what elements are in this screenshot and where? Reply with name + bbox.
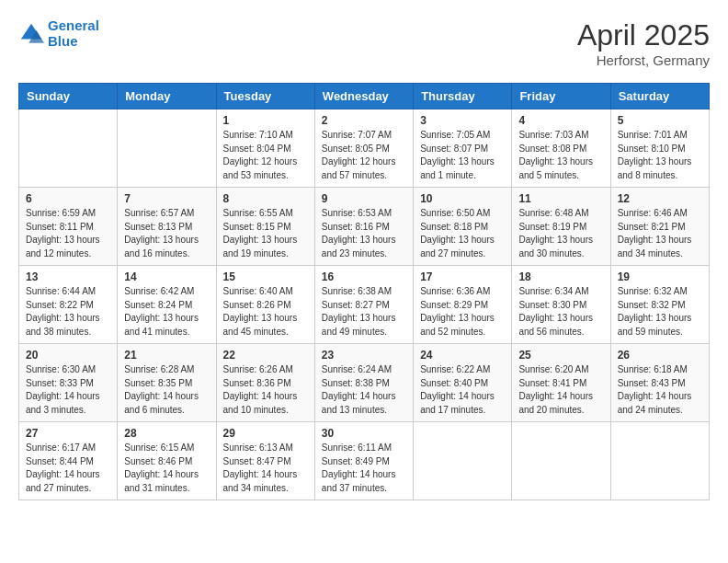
day-cell: 14Sunrise: 6:42 AM Sunset: 8:24 PM Dayli… — [118, 266, 216, 344]
day-number: 13 — [26, 270, 110, 283]
day-info: Sunrise: 7:05 AM Sunset: 8:07 PM Dayligh… — [420, 129, 505, 182]
weekday-header-saturday: Saturday — [610, 84, 709, 109]
day-number: 10 — [420, 192, 505, 205]
day-cell: 22Sunrise: 6:26 AM Sunset: 8:36 PM Dayli… — [216, 344, 314, 422]
week-row-2: 6Sunrise: 6:59 AM Sunset: 8:11 PM Daylig… — [19, 188, 710, 266]
day-number: 12 — [618, 192, 702, 205]
week-row-4: 20Sunrise: 6:30 AM Sunset: 8:33 PM Dayli… — [19, 344, 710, 422]
day-cell: 11Sunrise: 6:48 AM Sunset: 8:19 PM Dayli… — [512, 188, 610, 266]
title-block: April 2025 Herforst, Germany — [577, 18, 710, 68]
day-number: 1 — [223, 114, 308, 127]
day-info: Sunrise: 6:46 AM Sunset: 8:21 PM Dayligh… — [618, 207, 702, 260]
day-info: Sunrise: 6:15 AM Sunset: 8:46 PM Dayligh… — [124, 442, 209, 495]
day-info: Sunrise: 7:03 AM Sunset: 8:08 PM Dayligh… — [518, 129, 603, 182]
day-number: 23 — [322, 349, 406, 362]
day-number: 24 — [420, 349, 505, 362]
day-cell — [19, 109, 118, 188]
day-number: 4 — [518, 114, 603, 127]
day-number: 14 — [124, 270, 209, 283]
day-info: Sunrise: 7:07 AM Sunset: 8:05 PM Dayligh… — [322, 129, 406, 182]
day-number: 5 — [618, 114, 702, 127]
day-info: Sunrise: 6:55 AM Sunset: 8:15 PM Dayligh… — [223, 207, 308, 260]
weekday-header-tuesday: Tuesday — [216, 84, 314, 109]
day-cell: 20Sunrise: 6:30 AM Sunset: 8:33 PM Dayli… — [19, 344, 118, 422]
day-number: 15 — [223, 270, 308, 283]
day-number: 16 — [322, 270, 406, 283]
day-number: 3 — [420, 114, 505, 127]
page-header: General Blue April 2025 Herforst, German… — [18, 18, 710, 68]
day-info: Sunrise: 6:40 AM Sunset: 8:26 PM Dayligh… — [223, 285, 308, 339]
weekday-header-sunday: Sunday — [19, 84, 118, 109]
day-number: 7 — [124, 192, 209, 205]
day-cell: 10Sunrise: 6:50 AM Sunset: 8:18 PM Dayli… — [414, 188, 512, 266]
day-info: Sunrise: 6:18 AM Sunset: 8:43 PM Dayligh… — [618, 363, 702, 417]
day-cell: 29Sunrise: 6:13 AM Sunset: 8:47 PM Dayli… — [216, 422, 314, 500]
day-cell: 5Sunrise: 7:01 AM Sunset: 8:10 PM Daylig… — [610, 109, 709, 188]
day-info: Sunrise: 7:01 AM Sunset: 8:10 PM Dayligh… — [618, 129, 702, 182]
day-number: 22 — [223, 349, 308, 362]
logo-text: General Blue — [48, 18, 99, 49]
day-cell: 6Sunrise: 6:59 AM Sunset: 8:11 PM Daylig… — [19, 188, 118, 266]
day-number: 28 — [124, 427, 209, 440]
day-info: Sunrise: 6:38 AM Sunset: 8:27 PM Dayligh… — [322, 285, 406, 339]
day-cell: 24Sunrise: 6:22 AM Sunset: 8:40 PM Dayli… — [414, 344, 512, 422]
day-number: 30 — [322, 427, 406, 440]
day-cell: 13Sunrise: 6:44 AM Sunset: 8:22 PM Dayli… — [19, 266, 118, 344]
weekday-header-wednesday: Wednesday — [314, 84, 413, 109]
day-cell: 25Sunrise: 6:20 AM Sunset: 8:41 PM Dayli… — [512, 344, 610, 422]
day-cell: 18Sunrise: 6:34 AM Sunset: 8:30 PM Dayli… — [512, 266, 610, 344]
weekday-header-thursday: Thursday — [414, 84, 512, 109]
day-info: Sunrise: 6:30 AM Sunset: 8:33 PM Dayligh… — [26, 363, 110, 417]
day-cell: 26Sunrise: 6:18 AM Sunset: 8:43 PM Dayli… — [610, 344, 709, 422]
day-cell: 12Sunrise: 6:46 AM Sunset: 8:21 PM Dayli… — [610, 188, 709, 266]
weekday-header-row: SundayMondayTuesdayWednesdayThursdayFrid… — [19, 84, 710, 109]
day-info: Sunrise: 6:57 AM Sunset: 8:13 PM Dayligh… — [124, 207, 209, 260]
subtitle: Herforst, Germany — [577, 52, 710, 68]
day-info: Sunrise: 6:42 AM Sunset: 8:24 PM Dayligh… — [124, 285, 209, 339]
day-info: Sunrise: 7:10 AM Sunset: 8:04 PM Dayligh… — [223, 129, 308, 182]
day-number: 17 — [420, 270, 505, 283]
day-info: Sunrise: 6:22 AM Sunset: 8:40 PM Dayligh… — [420, 363, 505, 417]
day-number: 29 — [223, 427, 308, 440]
day-cell: 15Sunrise: 6:40 AM Sunset: 8:26 PM Dayli… — [216, 266, 314, 344]
day-cell: 2Sunrise: 7:07 AM Sunset: 8:05 PM Daylig… — [314, 109, 413, 188]
day-info: Sunrise: 6:24 AM Sunset: 8:38 PM Dayligh… — [322, 363, 406, 417]
weekday-header-friday: Friday — [512, 84, 610, 109]
day-number: 26 — [618, 349, 702, 362]
day-info: Sunrise: 6:44 AM Sunset: 8:22 PM Dayligh… — [26, 285, 110, 339]
day-cell: 28Sunrise: 6:15 AM Sunset: 8:46 PM Dayli… — [118, 422, 216, 500]
day-info: Sunrise: 6:53 AM Sunset: 8:16 PM Dayligh… — [322, 207, 406, 260]
day-number: 9 — [322, 192, 406, 205]
day-cell — [118, 109, 216, 188]
day-info: Sunrise: 6:13 AM Sunset: 8:47 PM Dayligh… — [223, 442, 308, 495]
day-cell — [414, 422, 512, 500]
day-cell: 1Sunrise: 7:10 AM Sunset: 8:04 PM Daylig… — [216, 109, 314, 188]
day-cell: 4Sunrise: 7:03 AM Sunset: 8:08 PM Daylig… — [512, 109, 610, 188]
day-cell: 9Sunrise: 6:53 AM Sunset: 8:16 PM Daylig… — [314, 188, 413, 266]
logo: General Blue — [18, 18, 99, 49]
week-row-5: 27Sunrise: 6:17 AM Sunset: 8:44 PM Dayli… — [19, 422, 710, 500]
day-info: Sunrise: 6:32 AM Sunset: 8:32 PM Dayligh… — [618, 285, 702, 339]
week-row-1: 1Sunrise: 7:10 AM Sunset: 8:04 PM Daylig… — [19, 109, 710, 188]
day-info: Sunrise: 6:50 AM Sunset: 8:18 PM Dayligh… — [420, 207, 505, 260]
day-cell: 23Sunrise: 6:24 AM Sunset: 8:38 PM Dayli… — [314, 344, 413, 422]
day-info: Sunrise: 6:28 AM Sunset: 8:35 PM Dayligh… — [124, 363, 209, 417]
day-cell: 30Sunrise: 6:11 AM Sunset: 8:49 PM Dayli… — [314, 422, 413, 500]
day-info: Sunrise: 6:17 AM Sunset: 8:44 PM Dayligh… — [26, 442, 110, 495]
day-info: Sunrise: 6:59 AM Sunset: 8:11 PM Dayligh… — [26, 207, 110, 260]
day-cell: 19Sunrise: 6:32 AM Sunset: 8:32 PM Dayli… — [610, 266, 709, 344]
day-number: 27 — [26, 427, 110, 440]
day-number: 11 — [518, 192, 603, 205]
day-cell: 3Sunrise: 7:05 AM Sunset: 8:07 PM Daylig… — [414, 109, 512, 188]
day-cell: 8Sunrise: 6:55 AM Sunset: 8:15 PM Daylig… — [216, 188, 314, 266]
day-number: 18 — [518, 270, 603, 283]
day-number: 8 — [223, 192, 308, 205]
logo-icon — [18, 21, 44, 47]
day-number: 20 — [26, 349, 110, 362]
day-cell: 7Sunrise: 6:57 AM Sunset: 8:13 PM Daylig… — [118, 188, 216, 266]
day-number: 21 — [124, 349, 209, 362]
day-info: Sunrise: 6:36 AM Sunset: 8:29 PM Dayligh… — [420, 285, 505, 339]
day-cell — [610, 422, 709, 500]
day-number: 2 — [322, 114, 406, 127]
day-info: Sunrise: 6:11 AM Sunset: 8:49 PM Dayligh… — [322, 442, 406, 495]
